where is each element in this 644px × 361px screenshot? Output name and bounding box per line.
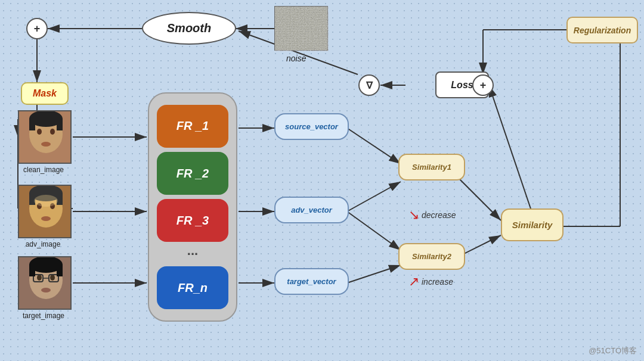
svg-point-35 xyxy=(50,129,55,135)
similarity2-box: Similarity2 xyxy=(398,243,465,270)
target-image-label: target_image xyxy=(11,312,76,320)
svg-point-34 xyxy=(37,129,42,135)
target-vector-box: target_vector xyxy=(274,268,349,295)
similarity-main-box: Similarity xyxy=(501,208,564,241)
svg-line-8 xyxy=(347,128,401,164)
svg-rect-59 xyxy=(57,264,63,276)
svg-point-48 xyxy=(34,195,58,207)
svg-line-12 xyxy=(453,173,501,220)
mask-box: Mask xyxy=(21,82,69,105)
svg-point-36 xyxy=(41,142,51,147)
fr-dots: ··· xyxy=(187,247,198,262)
adv-image-label: adv_image xyxy=(13,240,73,248)
noise-label: noise xyxy=(286,54,306,63)
gradient-circle: ∇ xyxy=(358,74,380,96)
svg-rect-39 xyxy=(57,119,63,130)
clean-image xyxy=(18,110,72,164)
fr2-box: FR _2 xyxy=(157,152,228,195)
plus-circle-right: + xyxy=(472,74,494,96)
target-image xyxy=(18,256,72,310)
plus-circle-topleft: + xyxy=(26,18,48,39)
source-vector-box: source_vector xyxy=(274,113,349,140)
svg-line-14 xyxy=(489,85,537,226)
fr3-box: FR _3 xyxy=(157,199,228,242)
fr-container: FR _1 FR _2 FR _3 ··· FR_n xyxy=(148,92,237,322)
svg-rect-47 xyxy=(57,193,63,205)
svg-point-53 xyxy=(41,288,51,292)
adv-image xyxy=(18,185,72,238)
noise-image xyxy=(274,6,328,51)
svg-point-44 xyxy=(41,216,51,221)
svg-rect-46 xyxy=(29,193,35,205)
increase-label: ↗ increase xyxy=(408,274,453,290)
smooth-ellipse: Smooth xyxy=(142,12,236,45)
diagram-container: noise Smooth + Mask clean_image xyxy=(0,0,644,361)
svg-line-10 xyxy=(347,211,401,250)
arrows-svg xyxy=(0,0,644,361)
svg-point-52 xyxy=(50,275,55,281)
svg-point-51 xyxy=(37,275,42,281)
svg-line-11 xyxy=(347,265,401,283)
clean-image-label: clean_image xyxy=(11,166,76,174)
fr1-box: FR _1 xyxy=(157,105,228,148)
regularization-box: Regularization xyxy=(566,17,638,43)
decrease-label: ↘ decrease xyxy=(408,207,456,223)
watermark: @51CTO博客 xyxy=(589,346,637,356)
svg-rect-58 xyxy=(29,264,35,276)
svg-rect-31 xyxy=(275,7,329,51)
fr4-box: FR_n xyxy=(157,266,228,309)
adv-vector-box: adv_vector xyxy=(274,197,349,223)
similarity1-box: Similarity1 xyxy=(398,154,465,181)
svg-line-9 xyxy=(347,182,401,211)
svg-rect-38 xyxy=(29,119,35,130)
